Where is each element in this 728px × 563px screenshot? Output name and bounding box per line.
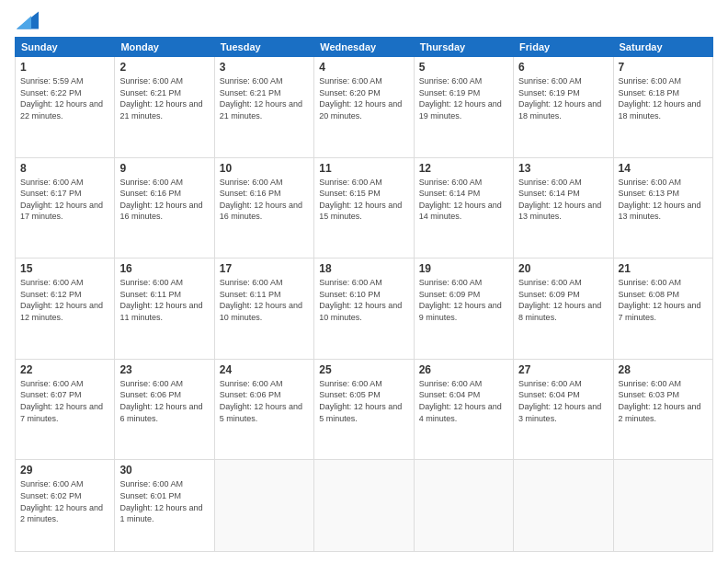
calendar-cell: 10 Sunrise: 6:00 AMSunset: 6:16 PMDaylig… <box>214 157 313 259</box>
weekday-header-tuesday: Tuesday <box>214 38 313 57</box>
day-info: Sunrise: 6:00 AMSunset: 6:04 PMDaylight:… <box>518 378 608 424</box>
day-info: Sunrise: 6:00 AMSunset: 6:15 PMDaylight:… <box>319 177 408 223</box>
calendar-cell: 20 Sunrise: 6:00 AMSunset: 6:09 PMDaylig… <box>514 259 613 360</box>
day-number: 26 <box>419 363 508 376</box>
day-info: Sunrise: 6:00 AMSunset: 6:02 PMDaylight:… <box>20 478 109 524</box>
header <box>15 11 713 29</box>
day-info: Sunrise: 6:00 AMSunset: 6:01 PMDaylight:… <box>119 478 209 524</box>
weekday-header-friday: Friday <box>514 38 613 57</box>
calendar-cell: 28 Sunrise: 6:00 AMSunset: 6:03 PMDaylig… <box>613 359 712 460</box>
day-info: Sunrise: 6:00 AMSunset: 6:12 PMDaylight:… <box>20 277 109 323</box>
day-info: Sunrise: 6:00 AMSunset: 6:11 PMDaylight:… <box>220 277 309 323</box>
day-info: Sunrise: 6:00 AMSunset: 6:16 PMDaylight:… <box>220 177 309 223</box>
calendar-cell: 11 Sunrise: 6:00 AMSunset: 6:15 PMDaylig… <box>314 157 414 259</box>
day-info: Sunrise: 6:00 AMSunset: 6:06 PMDaylight:… <box>119 378 209 424</box>
calendar-cell <box>613 460 712 552</box>
calendar-cell: 7 Sunrise: 6:00 AMSunset: 6:18 PMDayligh… <box>613 57 712 158</box>
svg-marker-1 <box>17 16 31 29</box>
calendar-week-5: 29 Sunrise: 6:00 AMSunset: 6:02 PMDaylig… <box>16 460 713 552</box>
day-number: 20 <box>518 262 608 275</box>
day-info: Sunrise: 6:00 AMSunset: 6:03 PMDaylight:… <box>619 378 708 424</box>
day-number: 4 <box>319 61 408 74</box>
day-number: 1 <box>20 61 109 74</box>
day-number: 11 <box>319 162 408 175</box>
weekday-header-saturday: Saturday <box>613 38 712 57</box>
day-number: 14 <box>619 162 708 175</box>
calendar-cell: 9 Sunrise: 6:00 AMSunset: 6:16 PMDayligh… <box>115 157 214 259</box>
day-number: 15 <box>20 262 109 275</box>
logo-icon <box>17 11 39 29</box>
day-number: 12 <box>419 162 508 175</box>
day-number: 29 <box>20 464 109 477</box>
calendar-cell: 4 Sunrise: 6:00 AMSunset: 6:20 PMDayligh… <box>314 57 414 158</box>
day-info: Sunrise: 6:00 AMSunset: 6:19 PMDaylight:… <box>419 75 508 121</box>
calendar: SundayMondayTuesdayWednesdayThursdayFrid… <box>15 37 713 552</box>
day-number: 9 <box>119 162 209 175</box>
calendar-cell: 2 Sunrise: 6:00 AMSunset: 6:21 PMDayligh… <box>115 57 214 158</box>
day-info: Sunrise: 6:00 AMSunset: 6:07 PMDaylight:… <box>20 378 109 424</box>
day-number: 22 <box>20 363 109 376</box>
day-info: Sunrise: 6:00 AMSunset: 6:06 PMDaylight:… <box>220 378 309 424</box>
calendar-cell: 26 Sunrise: 6:00 AMSunset: 6:04 PMDaylig… <box>414 359 513 460</box>
day-info: Sunrise: 6:00 AMSunset: 6:16 PMDaylight:… <box>119 177 209 223</box>
day-info: Sunrise: 6:00 AMSunset: 6:21 PMDaylight:… <box>119 75 209 121</box>
day-number: 3 <box>220 61 309 74</box>
calendar-cell: 5 Sunrise: 6:00 AMSunset: 6:19 PMDayligh… <box>414 57 513 158</box>
day-number: 8 <box>20 162 109 175</box>
day-info: Sunrise: 6:00 AMSunset: 6:18 PMDaylight:… <box>619 75 708 121</box>
day-info: Sunrise: 6:00 AMSunset: 6:08 PMDaylight:… <box>619 277 708 323</box>
weekday-header-wednesday: Wednesday <box>314 38 414 57</box>
day-number: 16 <box>119 262 209 275</box>
calendar-week-2: 8 Sunrise: 6:00 AMSunset: 6:17 PMDayligh… <box>16 157 713 259</box>
calendar-cell: 3 Sunrise: 6:00 AMSunset: 6:21 PMDayligh… <box>214 57 313 158</box>
calendar-week-1: 1 Sunrise: 5:59 AMSunset: 6:22 PMDayligh… <box>16 57 713 158</box>
calendar-cell: 18 Sunrise: 6:00 AMSunset: 6:10 PMDaylig… <box>314 259 414 360</box>
calendar-cell: 14 Sunrise: 6:00 AMSunset: 6:13 PMDaylig… <box>613 157 712 259</box>
day-info: Sunrise: 6:00 AMSunset: 6:19 PMDaylight:… <box>518 75 608 121</box>
calendar-cell <box>414 460 513 552</box>
day-info: Sunrise: 6:00 AMSunset: 6:10 PMDaylight:… <box>319 277 408 323</box>
day-number: 7 <box>619 61 708 74</box>
day-number: 17 <box>220 262 309 275</box>
calendar-cell: 16 Sunrise: 6:00 AMSunset: 6:11 PMDaylig… <box>115 259 214 360</box>
day-info: Sunrise: 6:00 AMSunset: 6:11 PMDaylight:… <box>119 277 209 323</box>
day-info: Sunrise: 6:00 AMSunset: 6:17 PMDaylight:… <box>20 177 109 223</box>
calendar-cell: 1 Sunrise: 5:59 AMSunset: 6:22 PMDayligh… <box>16 57 115 158</box>
day-info: Sunrise: 6:00 AMSunset: 6:04 PMDaylight:… <box>419 378 508 424</box>
day-info: Sunrise: 6:00 AMSunset: 6:09 PMDaylight:… <box>419 277 508 323</box>
day-info: Sunrise: 6:00 AMSunset: 6:09 PMDaylight:… <box>518 277 608 323</box>
calendar-cell: 15 Sunrise: 6:00 AMSunset: 6:12 PMDaylig… <box>16 259 115 360</box>
day-info: Sunrise: 6:00 AMSunset: 6:13 PMDaylight:… <box>619 177 708 223</box>
calendar-cell: 29 Sunrise: 6:00 AMSunset: 6:02 PMDaylig… <box>16 460 115 552</box>
logo <box>15 11 39 29</box>
day-number: 19 <box>419 262 508 275</box>
calendar-cell <box>314 460 414 552</box>
calendar-cell <box>514 460 613 552</box>
calendar-cell <box>214 460 313 552</box>
calendar-cell: 21 Sunrise: 6:00 AMSunset: 6:08 PMDaylig… <box>613 259 712 360</box>
calendar-week-4: 22 Sunrise: 6:00 AMSunset: 6:07 PMDaylig… <box>16 359 713 460</box>
weekday-header-monday: Monday <box>115 38 214 57</box>
calendar-cell: 24 Sunrise: 6:00 AMSunset: 6:06 PMDaylig… <box>214 359 313 460</box>
calendar-cell: 22 Sunrise: 6:00 AMSunset: 6:07 PMDaylig… <box>16 359 115 460</box>
day-number: 21 <box>619 262 708 275</box>
weekday-header-thursday: Thursday <box>414 38 513 57</box>
day-number: 28 <box>619 363 708 376</box>
calendar-cell: 8 Sunrise: 6:00 AMSunset: 6:17 PMDayligh… <box>16 157 115 259</box>
day-info: Sunrise: 6:00 AMSunset: 6:14 PMDaylight:… <box>419 177 508 223</box>
day-number: 30 <box>119 464 209 477</box>
day-info: Sunrise: 6:00 AMSunset: 6:05 PMDaylight:… <box>319 378 408 424</box>
day-info: Sunrise: 6:00 AMSunset: 6:21 PMDaylight:… <box>220 75 309 121</box>
day-info: Sunrise: 6:00 AMSunset: 6:20 PMDaylight:… <box>319 75 408 121</box>
calendar-cell: 30 Sunrise: 6:00 AMSunset: 6:01 PMDaylig… <box>115 460 214 552</box>
calendar-cell: 12 Sunrise: 6:00 AMSunset: 6:14 PMDaylig… <box>414 157 513 259</box>
day-info: Sunrise: 6:00 AMSunset: 6:14 PMDaylight:… <box>518 177 608 223</box>
page: SundayMondayTuesdayWednesdayThursdayFrid… <box>0 0 728 563</box>
day-info: Sunrise: 5:59 AMSunset: 6:22 PMDaylight:… <box>20 75 109 121</box>
day-number: 6 <box>518 61 608 74</box>
calendar-cell: 19 Sunrise: 6:00 AMSunset: 6:09 PMDaylig… <box>414 259 513 360</box>
day-number: 18 <box>319 262 408 275</box>
day-number: 27 <box>518 363 608 376</box>
day-number: 5 <box>419 61 508 74</box>
calendar-cell: 23 Sunrise: 6:00 AMSunset: 6:06 PMDaylig… <box>115 359 214 460</box>
